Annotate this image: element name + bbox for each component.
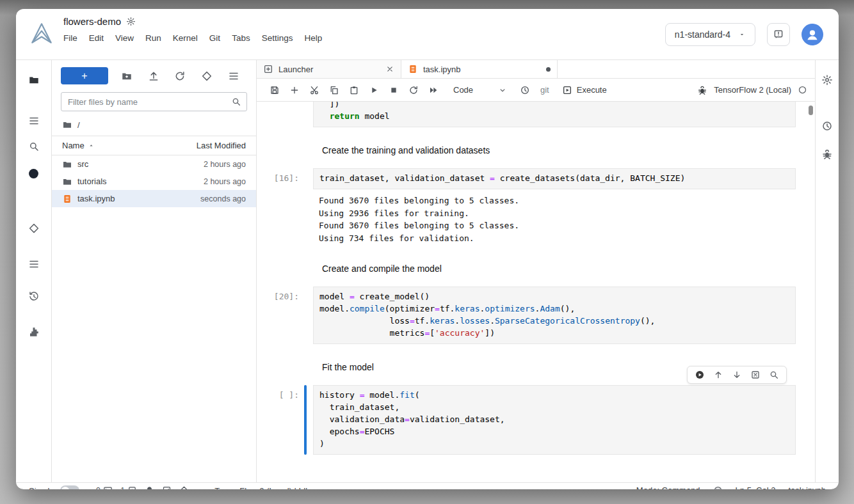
code-editor[interactable]: model = create_model()model.compile(opti…: [313, 287, 796, 344]
close-icon[interactable]: [385, 65, 394, 74]
machine-type-dropdown[interactable]: n1-standard-4: [665, 23, 755, 46]
cell-collapser[interactable]: [302, 287, 313, 344]
title-settings-gear-icon[interactable]: [126, 17, 136, 26]
cell-collapser[interactable]: [302, 349, 313, 384]
kernels-counter[interactable]: 1: [120, 485, 137, 489]
sidebar-item-running-sessions[interactable]: [16, 110, 51, 132]
cell-collapser[interactable]: [302, 132, 313, 167]
file-row-tutorials[interactable]: tutorials2 hours ago: [52, 173, 256, 190]
cursor-position[interactable]: Ln 5, Col 2: [736, 485, 776, 489]
sidebar-item-debugger[interactable]: [816, 143, 839, 165]
cell-prompt: [257, 132, 302, 167]
sidebar-item-table-of-contents[interactable]: [16, 253, 51, 275]
upload-button[interactable]: [145, 68, 162, 84]
move-cell-up-icon[interactable]: [713, 370, 723, 380]
notifications-button[interactable]: [145, 485, 154, 489]
cell-type-dropdown[interactable]: Code: [453, 85, 507, 95]
kernel-name[interactable]: TensorFlow 2 (Local): [714, 85, 791, 95]
checkpoint-clock-icon[interactable]: [520, 85, 530, 95]
menu-tabs[interactable]: Tabs: [226, 31, 256, 45]
simple-mode-label: Simple: [29, 486, 54, 490]
notebook-scrollbar[interactable]: [809, 106, 813, 478]
git-status-button[interactable]: [179, 485, 189, 489]
menu-run[interactable]: Run: [140, 31, 167, 45]
run-cell-icon[interactable]: [695, 370, 705, 380]
code-editor[interactable]: train_dataset, validation_dataset = crea…: [313, 168, 796, 189]
file-row-src[interactable]: src2 hours ago: [52, 155, 256, 173]
kernel-status-icon[interactable]: [798, 85, 807, 95]
refresh-button[interactable]: [172, 68, 188, 84]
tab-launcher[interactable]: Launcher: [257, 60, 401, 78]
tab-task-ipynb[interactable]: task.ipynb: [401, 60, 558, 78]
active-code-cell[interactable]: [ ]:history = model.fit( train_dataset, …: [257, 385, 796, 455]
copy-cell-button[interactable]: [324, 81, 344, 99]
save-button[interactable]: [264, 81, 284, 99]
file-row-task-ipynb[interactable]: task.ipynbseconds ago: [52, 190, 256, 207]
sidebar-item-git[interactable]: [16, 217, 51, 239]
menu-settings[interactable]: Settings: [256, 31, 299, 45]
git-clone-button[interactable]: [198, 68, 215, 84]
sidebar-item-property-inspector[interactable]: [816, 69, 839, 91]
user-avatar[interactable]: [802, 24, 823, 45]
menu-kernel[interactable]: Kernel: [167, 31, 204, 45]
feedback-button[interactable]: [767, 23, 790, 46]
menu-view[interactable]: View: [109, 31, 140, 45]
restart-kernel-button[interactable]: [403, 81, 423, 99]
filter-wrap: [61, 92, 247, 111]
cell-collapser[interactable]: [302, 168, 313, 246]
restart-run-all-button[interactable]: [423, 81, 443, 99]
markdown-cell[interactable]: Create and compile the model: [257, 251, 796, 285]
sort-by-name[interactable]: Name: [62, 141, 95, 150]
interrupt-kernel-button[interactable]: [383, 81, 403, 99]
simple-mode-toggle[interactable]: [60, 485, 79, 489]
sidebar-item-file-browser[interactable]: [16, 69, 51, 91]
top-bar: flowers-demo FileEditViewRunKernelGitTab…: [16, 9, 839, 60]
new-folder-button[interactable]: [118, 68, 135, 84]
new-launcher-button[interactable]: +: [61, 67, 108, 84]
paste-cell-button[interactable]: [344, 81, 364, 99]
find-icon[interactable]: [769, 370, 779, 380]
file-list-button[interactable]: [225, 68, 242, 84]
kernel-status-text[interactable]: TensorFlow 2 (Local) | Idle: [214, 485, 312, 489]
code-cell[interactable]: ]) return model: [257, 103, 796, 127]
sidebar-item-app-launcher[interactable]: [16, 162, 51, 184]
execute-button[interactable]: Execute: [562, 85, 607, 95]
filter-files-input[interactable]: [61, 92, 247, 111]
tab-label: task.ipynb: [423, 65, 541, 74]
menu-help[interactable]: Help: [298, 31, 328, 45]
menu-edit[interactable]: Edit: [83, 31, 109, 45]
debugger-bug-icon[interactable]: [697, 85, 707, 95]
sidebar-item-command-history[interactable]: [16, 285, 51, 307]
menu-file[interactable]: File: [58, 31, 83, 45]
cell-collapser[interactable]: [302, 251, 313, 285]
code-cell[interactable]: [16]:train_dataset, validation_dataset =…: [257, 168, 796, 246]
circle-x-icon[interactable]: [713, 485, 723, 489]
terminals-counter[interactable]: 0: [96, 485, 113, 489]
sidebar-item-search[interactable]: [16, 136, 51, 157]
code-editor[interactable]: history = model.fit( train_dataset, vali…: [313, 385, 796, 455]
code-line: ): [319, 438, 789, 450]
breadcrumb[interactable]: /: [52, 118, 256, 136]
tasks-button[interactable]: [162, 485, 172, 489]
modified-column-label[interactable]: Last Modified: [197, 141, 246, 150]
folder-icon: [62, 159, 72, 169]
sidebar-item-kernel-usage[interactable]: [816, 115, 839, 137]
code-cell[interactable]: [20]:model = create_model()model.compile…: [257, 287, 796, 344]
extensions-icon: [28, 326, 40, 338]
delete-cell-icon[interactable]: [750, 370, 761, 380]
scrollbar-thumb[interactable]: [809, 106, 813, 115]
command-history-icon: [28, 290, 40, 302]
cell-collapser[interactable]: [302, 103, 313, 127]
code-editor[interactable]: ]) return model: [313, 102, 796, 127]
cell-collapser[interactable]: [302, 385, 313, 455]
topbar-right: n1-standard-4: [665, 9, 839, 59]
sort-ascending-icon: [88, 142, 95, 149]
run-cell-button[interactable]: [364, 81, 383, 99]
sidebar-item-extensions[interactable]: [16, 321, 51, 343]
move-cell-down-icon[interactable]: [732, 370, 742, 380]
menu-git[interactable]: Git: [204, 31, 226, 45]
cut-cell-button[interactable]: [304, 81, 324, 99]
insert-cell-button[interactable]: [284, 81, 304, 99]
markdown-cell[interactable]: Create the training and validation datas…: [257, 132, 796, 167]
root-folder-icon[interactable]: [62, 120, 72, 130]
